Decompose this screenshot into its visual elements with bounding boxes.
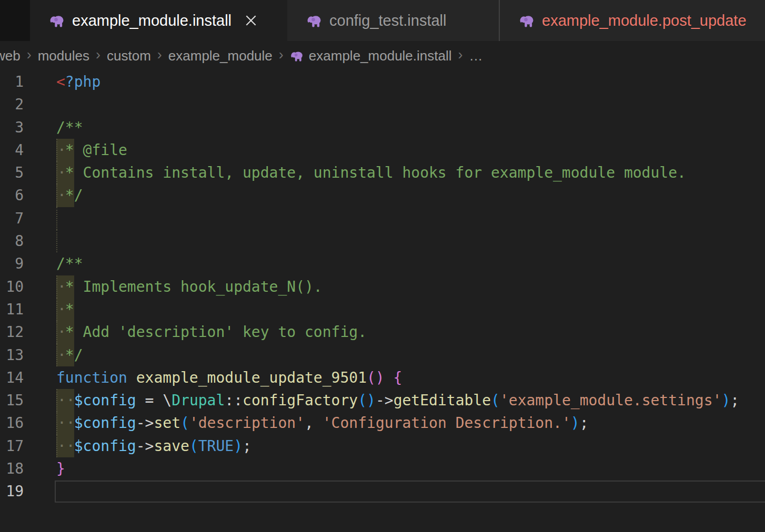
code-line[interactable]: 19: [0, 480, 765, 503]
line-number[interactable]: 14: [0, 366, 24, 389]
code-token: (: [189, 437, 198, 455]
code-token: 'description': [189, 414, 305, 432]
code-token: }: [56, 460, 65, 477]
line-number[interactable]: 18: [0, 457, 24, 480]
code-token: * Add 'description' key to config.: [56, 323, 367, 341]
line-number[interactable]: 15: [0, 389, 24, 412]
tab-example-module-post-update[interactable]: example_module.post_update: [499, 0, 765, 41]
breadcrumb-item-modules[interactable]: modules: [38, 48, 89, 64]
code-text: $config = \Drupal::configFactory()->getE…: [24, 389, 739, 412]
breadcrumb-item-symbol-ellipsis[interactable]: …: [469, 48, 483, 64]
code-token: ,: [305, 414, 323, 432]
code-token: ::: [225, 392, 243, 409]
close-tab-icon[interactable]: [243, 13, 259, 28]
code-token: ): [721, 392, 730, 409]
line-number[interactable]: 7: [0, 207, 24, 230]
code-text: *: [24, 298, 74, 321]
code-text: [24, 93, 56, 116]
line-number[interactable]: 13: [0, 344, 24, 366]
code-line[interactable]: ·13 */: [0, 344, 765, 366]
code-token: <: [56, 73, 65, 90]
code-token: \: [163, 392, 172, 409]
breadcrumb-item-custom[interactable]: custom: [107, 48, 151, 64]
code-token: * Implements hook_update_N().: [56, 278, 323, 295]
tab-config-test-install[interactable]: config_test.install: [287, 0, 499, 41]
code-line[interactable]: 9/**: [0, 252, 765, 275]
tab-label: config_test.install: [329, 12, 446, 29]
breadcrumb-item-file[interactable]: example_module.install: [290, 48, 452, 64]
code-token: 'Configuration Description.': [323, 414, 571, 432]
indent-guide-line: [56, 230, 57, 252]
code-line[interactable]: ··17 $config->save(TRUE);: [0, 435, 765, 457]
code-token: Drupal: [172, 392, 225, 409]
code-line[interactable]: 8: [0, 230, 765, 252]
code-token: (: [180, 414, 189, 432]
breadcrumb-separator: ›: [27, 47, 32, 65]
code-line[interactable]: 3/**: [0, 116, 765, 139]
php-file-icon: [306, 13, 322, 28]
code-line[interactable]: 1<?php: [0, 70, 765, 93]
code-line[interactable]: ··15 $config = \Drupal::configFactory()-…: [0, 389, 765, 412]
code-token: $config: [74, 392, 136, 409]
code-text: * Add 'description' key to config.: [24, 321, 367, 343]
line-number[interactable]: 9: [0, 252, 24, 275]
tab-example-module-install[interactable]: example_module.install: [30, 0, 287, 41]
code-token: (): [367, 369, 385, 386]
code-token: $config: [74, 414, 136, 432]
php-file-icon: [290, 49, 304, 63]
line-number[interactable]: 19: [0, 480, 24, 503]
code-line[interactable]: 2: [0, 93, 765, 116]
code-line[interactable]: ·5 * Contains install, update, uninstall…: [0, 161, 765, 184]
line-number[interactable]: 10: [0, 275, 24, 298]
code-line[interactable]: ·10 * Implements hook_update_N().: [0, 275, 765, 298]
code-editor[interactable]: 1<?php23/**·4 * @file·5 * Contains insta…: [0, 70, 765, 503]
line-number[interactable]: 2: [0, 93, 24, 116]
line-number[interactable]: 11: [0, 298, 24, 321]
code-line[interactable]: ·6 */: [0, 184, 765, 207]
tab-bar: example_module.install config_test.insta…: [0, 0, 765, 41]
code-token: ): [234, 437, 243, 455]
line-number[interactable]: 17: [0, 435, 24, 457]
code-token: {: [394, 369, 402, 386]
line-number[interactable]: 6: [0, 184, 24, 207]
line-number[interactable]: 5: [0, 161, 24, 184]
line-number[interactable]: 1: [0, 70, 24, 93]
code-token: ;: [730, 392, 739, 409]
code-token: [56, 392, 74, 409]
breadcrumb-item-example-module[interactable]: example_module: [168, 48, 273, 64]
breadcrumb-file-label: example_module.install: [309, 48, 452, 64]
line-number[interactable]: 3: [0, 116, 24, 139]
code-line[interactable]: 14function example_module_update_9501() …: [0, 366, 765, 389]
code-line[interactable]: ·12 * Add 'description' key to config.: [0, 321, 765, 343]
code-text: [24, 480, 56, 503]
code-token: ): [571, 414, 580, 432]
code-line[interactable]: ··16 $config->set('description', 'Config…: [0, 412, 765, 434]
line-number[interactable]: 12: [0, 321, 24, 343]
line-number[interactable]: 8: [0, 230, 24, 252]
code-text: $config->set('description', 'Configurati…: [24, 412, 589, 434]
breadcrumb-separator: ›: [96, 47, 100, 65]
code-line[interactable]: 7: [0, 207, 765, 230]
code-text: */: [24, 184, 83, 207]
code-token: ?php: [65, 73, 100, 90]
current-line-highlight: [55, 480, 765, 502]
code-token: $config: [74, 437, 136, 455]
code-text: * Contains install, update, uninstall ho…: [24, 161, 686, 184]
code-line[interactable]: ·11 *: [0, 298, 765, 321]
php-file-icon: [49, 13, 65, 28]
breadcrumb-item-web[interactable]: web: [0, 48, 21, 64]
code-line[interactable]: 18}: [0, 457, 765, 480]
code-text: * @file: [24, 139, 127, 161]
tab-bar-corner: [0, 0, 30, 41]
code-token: configFactory: [243, 392, 358, 409]
code-token: ->: [136, 437, 154, 455]
breadcrumb: web › modules › custom › example_module …: [0, 41, 765, 70]
code-line[interactable]: ·4 * @file: [0, 139, 765, 161]
code-text: $config->save(TRUE);: [24, 435, 251, 457]
code-token: ;: [580, 414, 589, 432]
line-number[interactable]: 4: [0, 139, 24, 161]
code-token: [56, 414, 74, 432]
code-token: */: [56, 346, 83, 364]
line-number[interactable]: 16: [0, 412, 24, 434]
breadcrumb-separator: ›: [279, 47, 284, 65]
